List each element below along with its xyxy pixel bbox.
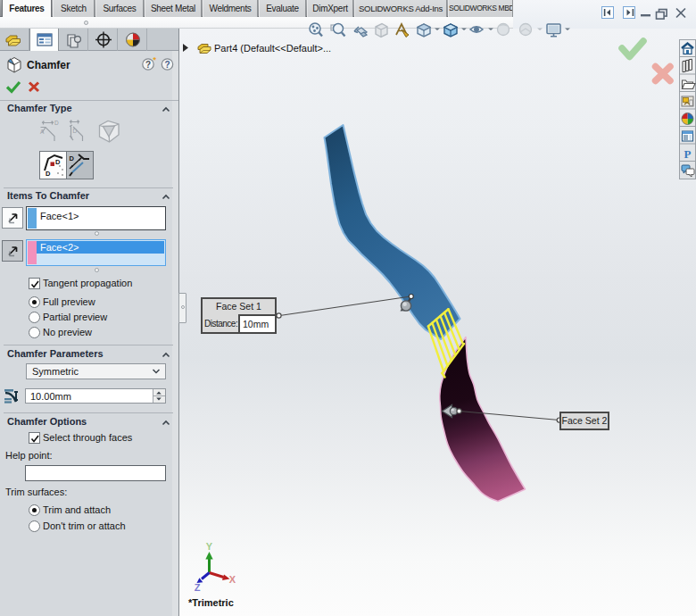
svg-text:*: *	[153, 55, 157, 64]
svg-text:D: D	[46, 170, 51, 178]
svg-text:Z: Z	[195, 582, 201, 593]
svg-text:Y: Y	[206, 541, 213, 552]
svg-text:D: D	[73, 128, 78, 134]
svg-text:A: A	[40, 129, 45, 135]
svg-text:?: ?	[145, 60, 151, 70]
svg-text:D: D	[55, 158, 61, 166]
svg-text:?: ?	[164, 60, 170, 70]
svg-text:D: D	[70, 154, 75, 162]
svg-text:D: D	[54, 120, 59, 126]
svg-text:X: X	[229, 574, 236, 585]
